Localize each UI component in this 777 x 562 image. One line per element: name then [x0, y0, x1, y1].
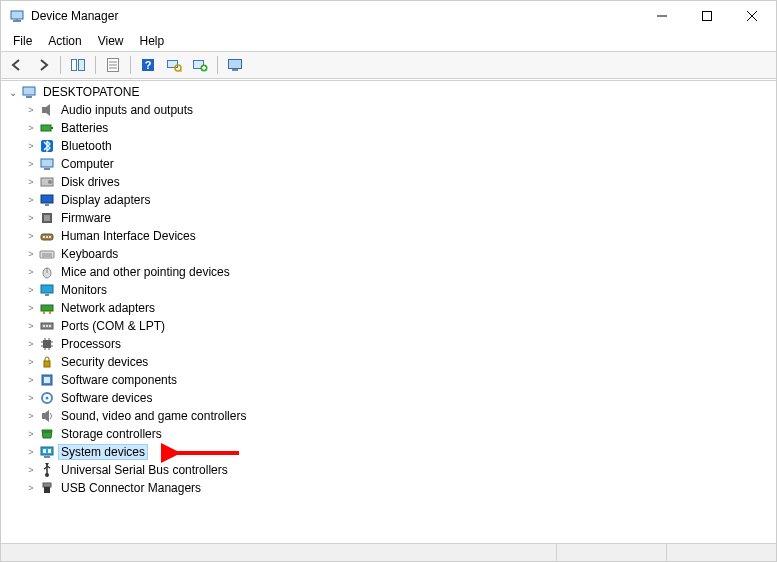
expander-icon[interactable]: >	[23, 105, 39, 115]
svg-rect-72	[41, 447, 53, 455]
monitor-icon	[39, 282, 55, 298]
expander-icon[interactable]: >	[23, 213, 39, 223]
add-legacy-icon	[192, 57, 208, 73]
system-icon	[39, 444, 55, 460]
expander-icon[interactable]: >	[23, 159, 39, 169]
svg-rect-70	[42, 413, 45, 419]
expander-icon[interactable]: >	[23, 231, 39, 241]
toolbar-forward[interactable]	[31, 54, 55, 76]
tree-item-label: Bluetooth	[59, 139, 114, 153]
tree-item-label: Processors	[59, 337, 123, 351]
tree-item[interactable]: >Processors	[1, 335, 776, 353]
tree-item[interactable]: >Bluetooth	[1, 137, 776, 155]
mouse-icon	[39, 264, 55, 280]
svg-rect-34	[41, 195, 53, 203]
tree-item[interactable]: >Security devices	[1, 353, 776, 371]
svg-rect-28	[51, 127, 53, 129]
tree-item[interactable]: >Audio inputs and outputs	[1, 101, 776, 119]
tree-item-label: Batteries	[59, 121, 110, 135]
tree-item[interactable]: >Software components	[1, 371, 776, 389]
tree-item[interactable]: >Storage controllers	[1, 425, 776, 443]
svg-rect-37	[44, 215, 50, 221]
tree-item[interactable]: >Batteries	[1, 119, 776, 137]
menu-help[interactable]: Help	[132, 32, 173, 50]
tree-item[interactable]: >System devices	[1, 443, 776, 461]
expander-icon[interactable]: >	[23, 177, 39, 187]
expander-icon[interactable]: >	[23, 483, 39, 493]
toolbar-back[interactable]	[5, 54, 29, 76]
tree-item[interactable]: >Network adapters	[1, 299, 776, 317]
maximize-button[interactable]	[684, 1, 729, 31]
expander-icon[interactable]: >	[23, 123, 39, 133]
expander-icon[interactable]: >	[23, 429, 39, 439]
tree-item-label: Software components	[59, 373, 179, 387]
expander-icon[interactable]: >	[23, 285, 39, 295]
software-dev-icon	[39, 390, 55, 406]
network-icon	[39, 300, 55, 316]
menu-action[interactable]: Action	[40, 32, 89, 50]
svg-rect-77	[43, 483, 51, 487]
svg-rect-73	[43, 449, 46, 453]
tree-item[interactable]: >Software devices	[1, 389, 776, 407]
svg-point-40	[46, 236, 48, 238]
tree-item[interactable]: >Keyboards	[1, 245, 776, 263]
toolbar-separator	[95, 56, 96, 74]
tree-item[interactable]: >Firmware	[1, 209, 776, 227]
tree-item-label: Display adapters	[59, 193, 152, 207]
svg-point-76	[45, 473, 49, 477]
expander-icon[interactable]: >	[23, 411, 39, 421]
expander-icon[interactable]: >	[23, 303, 39, 313]
close-button[interactable]	[729, 1, 774, 31]
expander-icon[interactable]: >	[23, 375, 39, 385]
tree-item[interactable]: >Sound, video and game controllers	[1, 407, 776, 425]
expander-icon[interactable]: >	[23, 339, 39, 349]
expander-icon[interactable]: >	[23, 141, 39, 151]
tree-item[interactable]: >Ports (COM & LPT)	[1, 317, 776, 335]
tree-item-label: Sound, video and game controllers	[59, 409, 248, 423]
expander-icon[interactable]: ⌄	[5, 87, 21, 98]
toolbar-scan-hardware[interactable]	[162, 54, 186, 76]
expander-icon[interactable]: >	[23, 447, 39, 457]
scan-hardware-icon	[166, 57, 182, 73]
toolbar-show-hide-tree[interactable]	[66, 54, 90, 76]
tree-item[interactable]: >Display adapters	[1, 191, 776, 209]
tree-item[interactable]: >Disk drives	[1, 173, 776, 191]
menu-view[interactable]: View	[90, 32, 132, 50]
expander-icon[interactable]: >	[23, 357, 39, 367]
minimize-button[interactable]	[639, 1, 684, 31]
toolbar-properties[interactable]	[101, 54, 125, 76]
tree-item[interactable]: >Mice and other pointing devices	[1, 263, 776, 281]
tree-item-label: Mice and other pointing devices	[59, 265, 232, 279]
expander-icon[interactable]: >	[23, 393, 39, 403]
tree-item[interactable]: >Universal Serial Bus controllers	[1, 461, 776, 479]
pc-icon	[39, 156, 55, 172]
tree-item[interactable]: >Human Interface Devices	[1, 227, 776, 245]
menu-file[interactable]: File	[5, 32, 40, 50]
toolbar-devices-view[interactable]	[223, 54, 247, 76]
tree-root[interactable]: ⌄ DESKTOPATONE	[1, 83, 776, 101]
expander-icon[interactable]: >	[23, 267, 39, 277]
usb-icon	[39, 462, 55, 478]
expander-icon[interactable]: >	[23, 465, 39, 475]
properties-icon	[105, 57, 121, 73]
tree-item[interactable]: >Monitors	[1, 281, 776, 299]
expander-icon[interactable]: >	[23, 195, 39, 205]
tree-item-label: Ports (COM & LPT)	[59, 319, 167, 333]
device-tree[interactable]: ⌄ DESKTOPATONE >Audio inputs and outputs…	[1, 80, 776, 543]
expander-icon[interactable]: >	[23, 249, 39, 259]
tree-item[interactable]: >Computer	[1, 155, 776, 173]
toolbar-help[interactable]: ?	[136, 54, 160, 76]
tree-item-label: Network adapters	[59, 301, 157, 315]
tree-item-label: Computer	[59, 157, 116, 171]
cpu-icon	[39, 336, 55, 352]
toolbar-add-legacy[interactable]	[188, 54, 212, 76]
tree-root-label: DESKTOPATONE	[41, 85, 141, 99]
computer-icon	[21, 84, 37, 100]
storage-icon	[39, 426, 55, 442]
expander-icon[interactable]: >	[23, 321, 39, 331]
svg-rect-27	[41, 125, 51, 131]
tree-item[interactable]: >USB Connector Managers	[1, 479, 776, 497]
svg-rect-50	[43, 311, 45, 314]
software-comp-icon	[39, 372, 55, 388]
status-cell	[666, 544, 776, 561]
